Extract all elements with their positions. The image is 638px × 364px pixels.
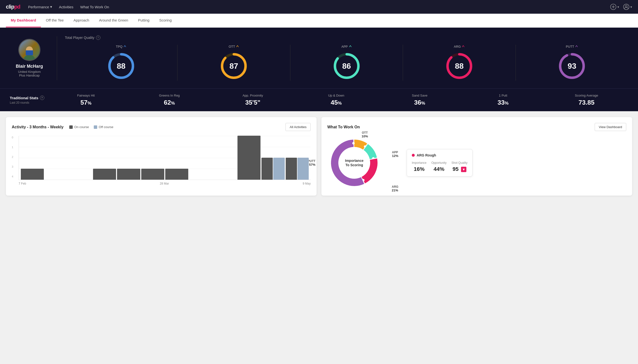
bar-group-2 <box>69 179 92 180</box>
donut-area: OTT 10% APP 12% ARG 21% PUTT 57% <box>327 136 626 190</box>
circle-label-tpq: TPQ <box>116 45 126 48</box>
tab-my-dashboard[interactable]: My Dashboard <box>6 14 41 28</box>
activity-panel-header: Activity - 3 Months - Weekly On course O… <box>12 123 311 131</box>
tab-scoring[interactable]: Scoring <box>154 14 176 28</box>
user-menu-button[interactable]: ▾ <box>623 4 632 10</box>
donut-wrapper: OTT 10% APP 12% ARG 21% PUTT 57% <box>327 136 381 190</box>
tab-off-the-tee[interactable]: Off the Tee <box>41 14 69 28</box>
stats-help-icon[interactable]: ? <box>40 96 44 100</box>
nav-right: ▾ ▾ <box>610 4 632 10</box>
label-app: APP 12% <box>392 150 398 158</box>
stats-bar: Traditional Stats ? Last 20 rounds Fairw… <box>0 88 638 111</box>
info-card-title: ARG Rough <box>412 153 467 157</box>
bar-on-course <box>238 136 261 180</box>
circle-item-tpq: TPQ 88 <box>65 45 177 81</box>
svg-point-4 <box>625 5 627 7</box>
view-dashboard-button[interactable]: View Dashboard <box>595 123 626 131</box>
stat-value: 73.85 <box>547 99 626 106</box>
tab-bar: My Dashboard Off the Tee Approach Around… <box>0 14 638 28</box>
chevron-down-icon: ▾ <box>50 5 52 9</box>
quality-label: Total Player Quality ? <box>65 36 628 40</box>
quality-circles: TPQ 88 OTT 87 APP <box>65 45 628 81</box>
bar-group-11 <box>286 158 309 180</box>
circle-item-putt: PUTT 93 <box>516 45 628 81</box>
stat-value: 33% <box>463 99 543 106</box>
help-icon[interactable]: ? <box>96 36 100 40</box>
hero-section: Blair McHarg United Kingdom Plus Handica… <box>0 28 638 88</box>
avatar <box>18 39 40 61</box>
chart-legend: On course Off course <box>69 125 113 129</box>
bar-group-3 <box>93 169 116 180</box>
bar-group-4 <box>117 169 140 180</box>
stat-name: Fairways Hit <box>46 94 126 97</box>
arrow-up-icon <box>575 45 578 48</box>
stat-name: Sand Save <box>380 94 460 97</box>
legend-off-course: Off course <box>94 125 113 129</box>
stat-value: 62% <box>129 99 209 106</box>
card-dot-icon <box>412 154 415 157</box>
stats-sublabel: Last 20 rounds <box>10 101 44 104</box>
stat-item-3: Up & Down 45% <box>295 94 378 106</box>
circle-label-arg: ARG <box>454 45 465 48</box>
bottom-panels: Activity - 3 Months - Weekly On course O… <box>0 111 638 202</box>
bar-group-1 <box>45 179 68 180</box>
traditional-stats-label: Traditional Stats ? <box>10 96 44 100</box>
donut-dot <box>352 142 355 144</box>
stat-name: Scoring Average <box>547 94 626 97</box>
nav-links: Performance ▾ Activities What To Work On <box>28 5 602 9</box>
bar-group-0 <box>21 169 44 180</box>
ring-tpq: 88 <box>106 51 136 81</box>
all-activities-button[interactable]: All Activities <box>285 123 311 131</box>
tab-putting[interactable]: Putting <box>133 14 154 28</box>
ring-value-putt: 93 <box>568 62 576 71</box>
stat-item-1: Greens In Reg 62% <box>128 94 211 106</box>
add-button[interactable]: ▾ <box>610 4 619 10</box>
metric-shot-quality: Shot Quality 95 ▼ <box>452 161 467 172</box>
ring-value-app: 86 <box>342 62 351 71</box>
player-name: Blair McHarg <box>16 64 43 69</box>
nav-activities[interactable]: Activities <box>59 5 73 9</box>
player-info: Blair McHarg United Kingdom Plus Handica… <box>10 39 49 77</box>
ring-putt: 93 <box>557 51 587 81</box>
stat-value: 36% <box>380 99 460 106</box>
bar-on-course <box>21 169 44 180</box>
nav-performance[interactable]: Performance ▾ <box>28 5 52 9</box>
arrow-up-icon <box>236 45 239 48</box>
info-card-wrapper: ARG Rough Importance 16% Opportunity 44%… <box>407 149 473 176</box>
bar-on-course <box>165 169 188 180</box>
nav-what-to-work-on[interactable]: What To Work On <box>80 5 109 9</box>
stat-item-4: Sand Save 36% <box>378 94 462 106</box>
bar-on-course <box>93 169 116 180</box>
arrow-up-icon <box>123 45 126 48</box>
legend-on-course: On course <box>69 125 89 129</box>
stat-value: 45% <box>297 99 376 106</box>
bar-on-course <box>141 169 164 180</box>
ring-arg: 88 <box>445 51 474 81</box>
bar-group-7 <box>189 179 212 180</box>
chart-area: 43210 7 Feb 28 Mar 9 May <box>12 136 311 185</box>
tab-approach[interactable]: Approach <box>69 14 94 28</box>
app-logo: clippd <box>6 4 20 10</box>
donut-segment-arg <box>363 159 374 180</box>
ring-value-ott: 87 <box>230 62 238 71</box>
stat-item-0: Fairways Hit 57% <box>44 94 128 106</box>
stat-name: 1 Putt <box>463 94 543 97</box>
stat-value: 35'5" <box>213 99 293 106</box>
circle-label-putt: PUTT <box>566 45 578 48</box>
info-card: ARG Rough Importance 16% Opportunity 44%… <box>407 149 473 176</box>
tab-around-the-green[interactable]: Around the Green <box>94 14 133 28</box>
bar-group-6 <box>165 169 188 180</box>
svg-point-6 <box>24 55 35 60</box>
shot-quality-badge: ▼ <box>461 167 466 172</box>
stat-value: 57% <box>46 99 126 106</box>
bar-on-course <box>117 169 140 180</box>
arrow-up-icon <box>462 45 465 48</box>
wtwо-header: What To Work On View Dashboard <box>327 123 626 131</box>
bar-group-8 <box>214 179 237 180</box>
bar-group-9 <box>238 136 261 180</box>
off-course-dot <box>94 126 97 129</box>
wtwo-title: What To Work On <box>327 125 360 129</box>
bar-on-course <box>286 158 297 180</box>
ring-value-tpq: 88 <box>117 62 126 71</box>
info-metrics: Importance 16% Opportunity 44% Shot Qual… <box>412 161 467 172</box>
